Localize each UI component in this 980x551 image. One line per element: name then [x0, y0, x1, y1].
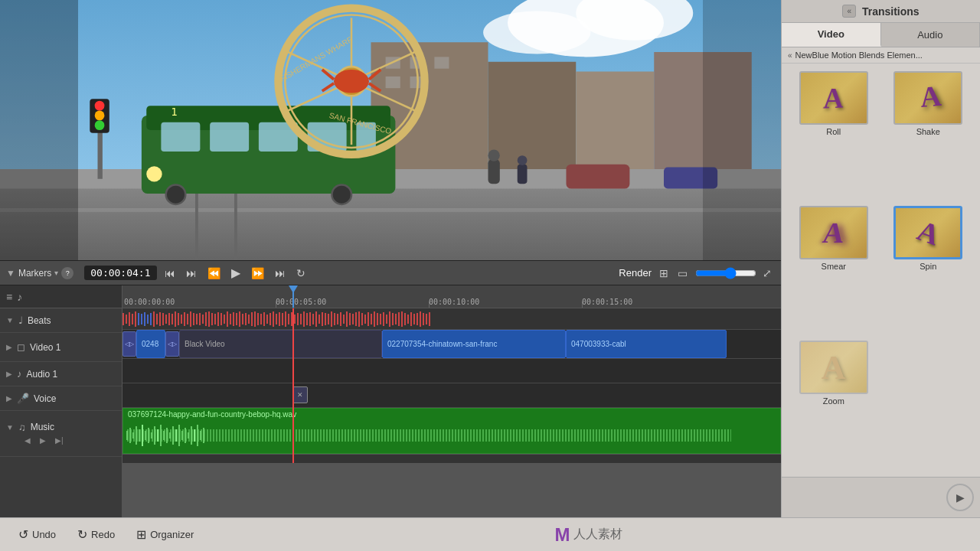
- markers-help-btn[interactable]: ?: [61, 267, 74, 279]
- music-play-btn[interactable]: ▶: [37, 435, 49, 446]
- time-mark-10: 00:00:10:00: [429, 298, 479, 306]
- beat-bar: [407, 315, 409, 324]
- svg-rect-60: [136, 426, 137, 445]
- beat-bar: [309, 312, 311, 326]
- markers-dropdown-icon[interactable]: ▾: [54, 269, 58, 277]
- beat-bar: [380, 314, 381, 324]
- transition-preview-spin: A: [913, 214, 944, 253]
- track-music: 037697124-happy-and-fun-country-bebop-hq…: [122, 408, 781, 454]
- video-clip-chinatown[interactable]: 022707354-chinatown-san-franc: [382, 330, 566, 358]
- beat-bar: [306, 313, 308, 325]
- beat-bar: [144, 312, 145, 326]
- beat-bar: [383, 312, 384, 326]
- transition-thumb-shake: A: [893, 71, 962, 125]
- time-mark-15: 00:00:15:00: [582, 298, 632, 306]
- beat-bar: [270, 313, 271, 325]
- watermark-area: M 人人素材: [209, 524, 968, 546]
- track-expand-audio1[interactable]: ▶: [6, 370, 12, 378]
- beat-bar: [181, 315, 182, 324]
- beats-visualization: [122, 308, 781, 329]
- svg-rect-51: [567, 165, 630, 189]
- video-clip-0248[interactable]: 0248: [136, 330, 165, 358]
- svg-point-35: [334, 70, 369, 93]
- transition-item-zoom[interactable]: A Zoom: [789, 341, 878, 469]
- track-expand-beats[interactable]: ▼: [6, 316, 14, 324]
- beat-bar: [266, 315, 268, 324]
- transitions-title: Transitions: [862, 5, 920, 18]
- svg-rect-58: [129, 428, 131, 443]
- track-options-btn[interactable]: ≡: [6, 291, 12, 303]
- transitions-tabs: Video Audio: [782, 23, 980, 47]
- beat-bar: [172, 314, 173, 324]
- next-frame-btn[interactable]: ⏩: [248, 266, 267, 281]
- voice-marker[interactable]: ✕: [292, 386, 308, 403]
- track-icon-voice: 🎤: [17, 393, 29, 404]
- video-clip-black[interactable]: Black Video: [179, 330, 382, 358]
- video-clip-cable[interactable]: 047003933-cabl: [566, 330, 727, 358]
- skip-end-btn[interactable]: ⏭: [272, 266, 289, 281]
- undo-btn[interactable]: ↺ Undo: [12, 524, 62, 545]
- transition-item-smear[interactable]: A Smear: [789, 206, 878, 334]
- transition-thumb-smear: A: [799, 206, 868, 259]
- render-btn[interactable]: Render: [619, 267, 652, 279]
- beat-bar: [193, 313, 194, 325]
- beat-bar: [129, 312, 130, 326]
- split-view-btn[interactable]: ⊞: [656, 266, 671, 281]
- beat-bar: [245, 313, 247, 325]
- transition-item-spin[interactable]: A Spin: [884, 206, 973, 334]
- track-expand-music[interactable]: ▼: [6, 423, 14, 432]
- beat-bar: [404, 313, 406, 325]
- svg-point-27: [166, 184, 186, 204]
- beat-bar: [325, 313, 326, 325]
- transition-item-roll[interactable]: A Roll: [789, 71, 878, 200]
- play-btn[interactable]: ▶: [228, 264, 243, 282]
- tab-video[interactable]: Video: [782, 23, 881, 47]
- track-icon-beats: ♩: [18, 315, 23, 326]
- transitions-play-btn[interactable]: ▶: [946, 484, 974, 511]
- organizer-btn[interactable]: ⊞ Organizer: [130, 524, 200, 545]
- reverse-btn[interactable]: ⏪: [204, 266, 224, 281]
- track-name-voice: Voice: [34, 393, 56, 404]
- zoom-slider[interactable]: [695, 267, 756, 279]
- track-video1: ◁▷ 0248 ◁▷ Black Video: [122, 330, 781, 359]
- svg-point-46: [95, 120, 105, 130]
- prev-frame-btn[interactable]: ⏭: [183, 266, 200, 281]
- music-prev-btn[interactable]: ◀: [21, 435, 34, 446]
- audio-view-btn[interactable]: ♪: [17, 291, 22, 303]
- track-expand-video1[interactable]: ▶: [6, 343, 12, 351]
- transition-preview-roll: A: [823, 80, 844, 116]
- breadcrumb-back-btn[interactable]: «: [788, 51, 792, 60]
- transition-preview-zoom: A: [822, 348, 846, 387]
- transition-thumb-roll: A: [799, 71, 868, 125]
- beat-bar: [340, 312, 341, 326]
- track-expand-voice[interactable]: ▶: [6, 394, 12, 403]
- organizer-label: Organizer: [150, 529, 194, 540]
- video-preview: 1 FISHERMANS WHARF: [0, 0, 781, 260]
- beat-bar: [352, 314, 354, 324]
- panel-collapse-btn[interactable]: «: [842, 5, 856, 18]
- svg-rect-82: [203, 428, 204, 443]
- skip-start-btn[interactable]: ⏮: [162, 266, 178, 281]
- single-view-btn[interactable]: ▭: [675, 266, 691, 281]
- music-clip[interactable]: 037697124-happy-and-fun-country-bebop-hq…: [122, 408, 781, 454]
- svg-rect-61: [139, 429, 140, 442]
- tab-audio[interactable]: Audio: [881, 23, 981, 47]
- watermark: M 人人素材: [555, 524, 622, 546]
- beat-bar: [208, 311, 210, 327]
- svg-rect-78: [191, 426, 192, 445]
- fullscreen-btn[interactable]: ⤢: [760, 266, 775, 281]
- loop-btn[interactable]: ↻: [293, 266, 309, 281]
- breadcrumb-text: NewBlue Motion Blends Elemen...: [795, 51, 923, 60]
- svg-rect-66: [154, 426, 155, 445]
- music-next-btn[interactable]: ▶|: [52, 435, 67, 446]
- beat-bar: [150, 313, 152, 325]
- video-transition-1[interactable]: ◁▷: [122, 331, 136, 357]
- transition-item-shake[interactable]: A Shake: [884, 71, 973, 200]
- video-transition-2[interactable]: ◁▷: [165, 331, 179, 357]
- clip-label-0248: 0248: [142, 340, 158, 348]
- beat-bar: [331, 311, 332, 327]
- timeline-scrollbar[interactable]: [122, 454, 781, 463]
- redo-btn[interactable]: ↻ Redo: [71, 524, 121, 545]
- beat-bar: [190, 311, 191, 327]
- svg-rect-56: [126, 422, 731, 449]
